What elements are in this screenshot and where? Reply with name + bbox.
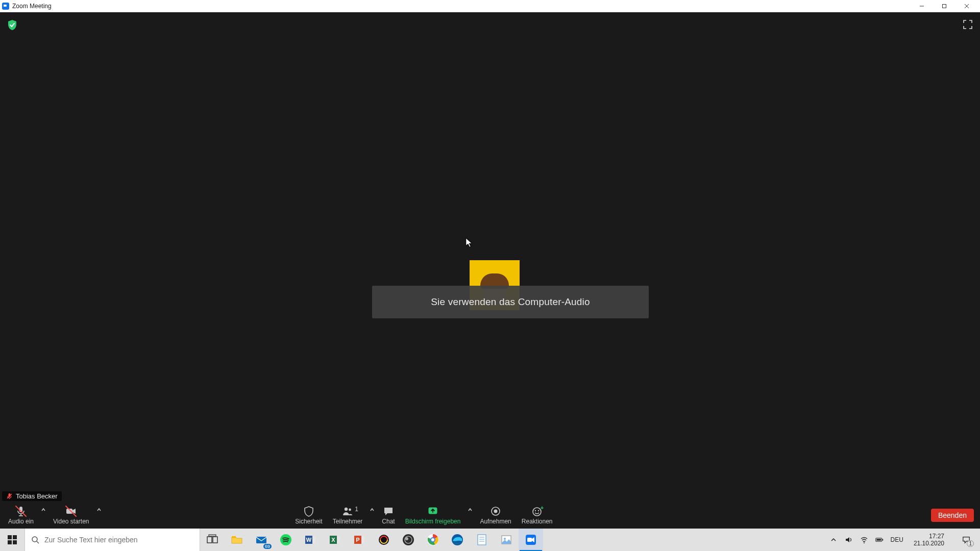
tray-language-text: DEU bbox=[891, 536, 903, 543]
meeting-area: Sie verwenden das Computer-Audio Tobias … bbox=[0, 12, 980, 529]
taskbar-search-input[interactable] bbox=[44, 536, 193, 544]
self-name-text: Tobias Becker bbox=[16, 492, 58, 500]
meeting-controls: Audio ein Video starten Siche bbox=[0, 502, 980, 529]
audio-toggle-button[interactable]: Audio ein bbox=[3, 502, 39, 529]
enter-fullscreen-button[interactable] bbox=[963, 19, 973, 30]
maximize-button[interactable] bbox=[933, 0, 955, 12]
svg-rect-1 bbox=[943, 5, 946, 8]
svg-rect-29 bbox=[256, 537, 266, 543]
participants-options-caret[interactable] bbox=[368, 502, 377, 529]
window-titlebar: Zoom Meeting bbox=[0, 0, 980, 12]
audio-toast-text: Sie verwenden das Computer-Audio bbox=[431, 296, 590, 308]
app-taskbar-icon-1[interactable] bbox=[372, 529, 396, 551]
powerpoint-taskbar-icon[interactable]: P bbox=[347, 529, 372, 551]
close-button[interactable] bbox=[955, 0, 978, 12]
end-meeting-button[interactable]: Beenden bbox=[931, 509, 974, 522]
self-name-badge: Tobias Becker bbox=[2, 491, 62, 501]
photo-viewer-taskbar-icon[interactable] bbox=[494, 529, 519, 551]
participants-icon: 1 bbox=[342, 506, 353, 517]
svg-text:W: W bbox=[306, 537, 312, 543]
tray-clock[interactable]: 17:27 21.10.2020 bbox=[911, 533, 947, 547]
svg-rect-33 bbox=[312, 536, 315, 543]
svg-rect-19 bbox=[8, 535, 12, 539]
end-label: Beenden bbox=[938, 511, 967, 519]
zoom-taskbar-icon[interactable] bbox=[519, 529, 543, 551]
svg-rect-59 bbox=[882, 539, 883, 540]
security-label: Sicherheit bbox=[295, 518, 322, 525]
obs-taskbar-icon[interactable] bbox=[396, 529, 421, 551]
svg-point-23 bbox=[32, 537, 37, 542]
svg-rect-27 bbox=[209, 535, 216, 536]
svg-point-17 bbox=[535, 510, 536, 511]
svg-rect-26 bbox=[213, 537, 217, 543]
tray-battery-icon[interactable] bbox=[875, 529, 884, 551]
svg-rect-25 bbox=[207, 537, 212, 543]
svg-point-53 bbox=[504, 538, 506, 540]
tray-wifi-icon[interactable] bbox=[860, 529, 868, 551]
svg-rect-20 bbox=[13, 535, 17, 539]
participants-button[interactable]: 1 Teilnehmer bbox=[328, 502, 368, 529]
svg-rect-28 bbox=[232, 536, 236, 538]
taskbar-search[interactable] bbox=[24, 529, 200, 551]
file-explorer-taskbar-icon[interactable] bbox=[225, 529, 249, 551]
svg-point-11 bbox=[345, 508, 348, 511]
video-off-icon bbox=[65, 506, 77, 517]
tray-overflow-caret[interactable] bbox=[829, 529, 838, 551]
action-center-button[interactable]: 1 bbox=[954, 529, 978, 551]
encryption-shield-icon[interactable] bbox=[7, 19, 17, 31]
svg-text:P: P bbox=[356, 537, 359, 543]
notification-count: 1 bbox=[967, 540, 974, 547]
record-label: Aufnehmen bbox=[480, 518, 511, 525]
mail-badge: 69 bbox=[263, 544, 272, 549]
svg-rect-55 bbox=[527, 538, 532, 542]
svg-line-24 bbox=[37, 541, 39, 543]
word-taskbar-icon[interactable]: W bbox=[298, 529, 323, 551]
spotify-taskbar-icon[interactable] bbox=[274, 529, 298, 551]
security-button[interactable]: Sicherheit bbox=[290, 502, 327, 529]
tray-language[interactable]: DEU bbox=[891, 529, 903, 551]
system-tray: DEU 17:27 21.10.2020 1 bbox=[829, 529, 980, 551]
svg-rect-39 bbox=[361, 536, 364, 543]
microphone-muted-icon bbox=[15, 506, 27, 517]
chat-button[interactable]: Chat bbox=[377, 502, 400, 529]
svg-point-46 bbox=[431, 538, 434, 541]
windows-taskbar: 69 W X P bbox=[0, 529, 980, 551]
video-toggle-button[interactable]: Video starten bbox=[48, 502, 94, 529]
excel-taskbar-icon[interactable]: X bbox=[323, 529, 347, 551]
svg-rect-48 bbox=[478, 535, 486, 545]
zoom-app-icon bbox=[2, 3, 9, 10]
chrome-taskbar-icon[interactable] bbox=[421, 529, 445, 551]
start-button[interactable] bbox=[0, 529, 24, 551]
svg-point-43 bbox=[405, 537, 408, 540]
mic-muted-icon bbox=[6, 493, 13, 499]
mail-taskbar-icon[interactable]: 69 bbox=[249, 529, 274, 551]
reactions-icon: + bbox=[531, 506, 543, 517]
video-options-caret[interactable] bbox=[94, 502, 104, 529]
audio-toast: Sie verwenden das Computer-Audio bbox=[372, 286, 649, 318]
share-label: Bildschirm freigeben bbox=[405, 518, 461, 525]
share-screen-button[interactable]: Bildschirm freigeben bbox=[400, 502, 466, 529]
svg-point-12 bbox=[349, 509, 351, 511]
svg-point-56 bbox=[864, 542, 865, 543]
shield-icon bbox=[303, 506, 314, 517]
tray-time: 17:27 bbox=[929, 533, 944, 540]
svg-point-18 bbox=[538, 510, 539, 511]
svg-rect-58 bbox=[876, 539, 881, 540]
svg-point-15 bbox=[494, 510, 498, 513]
audio-options-caret[interactable] bbox=[39, 502, 48, 529]
minimize-button[interactable] bbox=[911, 0, 933, 12]
notepad-taskbar-icon[interactable] bbox=[470, 529, 494, 551]
task-view-button[interactable] bbox=[200, 529, 225, 551]
participants-label: Teilnehmer bbox=[333, 518, 363, 525]
record-icon bbox=[490, 506, 501, 517]
tray-volume-icon[interactable] bbox=[845, 529, 853, 551]
edge-taskbar-icon[interactable] bbox=[445, 529, 470, 551]
window-title: Zoom Meeting bbox=[12, 3, 52, 10]
tray-date: 21.10.2020 bbox=[914, 540, 944, 547]
participant-count: 1 bbox=[355, 506, 358, 513]
record-button[interactable]: Aufnehmen bbox=[475, 502, 516, 529]
share-options-caret[interactable] bbox=[465, 502, 475, 529]
chat-icon bbox=[383, 506, 394, 517]
svg-rect-36 bbox=[337, 536, 340, 543]
reactions-button[interactable]: + Reaktionen bbox=[517, 502, 558, 529]
